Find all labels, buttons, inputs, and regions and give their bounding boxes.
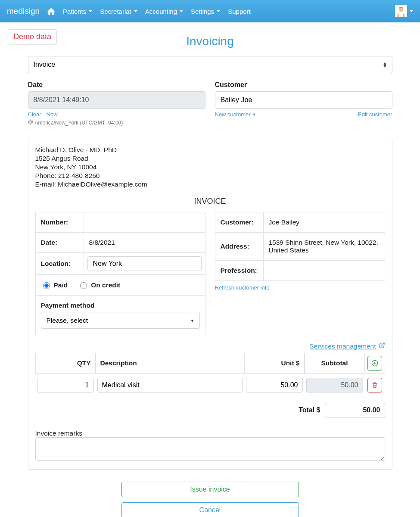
number-label: Number: [35,212,84,233]
items-table: QTY Description Unit $ Subtotal [35,353,385,397]
payment-method-select[interactable]: Please, select [41,312,200,329]
avatar-icon [395,5,407,17]
item-qty-input[interactable] [37,378,94,392]
issue-invoice-button[interactable]: Issue invoice [121,482,299,497]
user-menu[interactable] [395,5,413,17]
item-row [35,374,385,397]
credit-radio[interactable] [80,282,87,289]
profession-label: Profession: [215,261,263,281]
col-desc: Description [96,353,244,374]
invoice-meta-table: Number: Date: 8/8/2021 Location: [35,212,205,335]
sender-city: New York, NY 10004 [35,163,385,171]
edit-customer-link[interactable]: Edit customer [358,111,392,118]
cust-value: Joe Bailey [263,212,385,233]
invoice-card: Michael D. Olive - MD, PhD 1525 Angus Ro… [28,138,392,470]
number-value [84,212,205,233]
date-input[interactable] [28,91,205,109]
sender-email: E-mail: MichaelDOlive@example.com [35,181,385,188]
col-qty: QTY [35,353,96,374]
globe-icon [28,119,33,126]
nav-patients[interactable]: Patients [63,8,92,15]
invoice-heading: INVOICE [35,197,385,206]
inv-date-label: Date: [35,233,84,253]
inv-date-value: 8/8/2021 [84,233,205,253]
address-value: 1539 Shinn Street, New York, 10022, Unit… [263,233,385,261]
delete-item-button[interactable] [367,378,382,392]
col-unit: Unit $ [244,353,305,374]
total-label: Total $ [299,406,320,414]
cancel-button[interactable]: Cancel [121,502,299,517]
services-management-link[interactable]: Services management [309,342,385,350]
sender-street: 1525 Angus Road [35,155,385,162]
sender-phone: Phone: 212-480-8250 [35,172,385,180]
col-subtotal: Subtotal [305,353,365,374]
page-title: Invoicing [28,34,392,48]
item-unit-input[interactable] [246,378,303,392]
external-link-icon [379,342,385,350]
cust-label: Customer: [215,212,263,233]
profession-value [263,261,385,281]
address-label: Address: [215,233,263,261]
credit-radio-label[interactable]: On credit [78,281,120,289]
location-input[interactable] [87,256,202,271]
document-type-select[interactable]: Invoice [28,56,392,73]
paid-radio-label[interactable]: Paid [41,281,68,289]
sender-block: Michael D. Olive - MD, PhD 1525 Angus Ro… [35,146,385,188]
item-desc-input[interactable] [97,378,243,392]
date-label: Date [28,81,205,89]
date-clear-link[interactable]: Clear [28,111,41,118]
remarks-label: Invoice remarks [35,430,385,437]
location-label: Location: [35,253,84,275]
demo-data-badge: Demo data [8,29,57,44]
item-subtotal-input [306,378,363,392]
customer-label: Customer [215,81,392,89]
customer-input[interactable] [215,91,392,109]
total-value: 50.00 [325,403,385,417]
customer-info-table: Customer: Joe Bailey Address: 1539 Shinn… [215,212,385,281]
brand[interactable]: medisign [7,6,40,16]
sender-name: Michael D. Olive - MD, PhD [35,146,385,154]
refresh-customer-link[interactable]: Refresh cuctomer info [215,284,270,291]
nav-secretariat[interactable]: Secretariat [100,8,137,15]
timezone-text: America/New_York (UTC/GMT -04:00) [35,120,123,126]
date-now-link[interactable]: Now [47,111,58,118]
payment-method-label: Payment method [41,302,200,309]
navbar: medisign Patients Secretariat Accounting… [0,0,420,22]
home-icon[interactable] [47,8,55,15]
nav-accounting[interactable]: Accounting [145,8,183,15]
nav-support[interactable]: Support [228,8,251,15]
nav-settings[interactable]: Settings [191,8,220,15]
add-item-button[interactable] [367,356,382,371]
paid-radio[interactable] [43,282,50,289]
new-customer-link[interactable]: New customer ▼ [215,111,256,118]
remarks-textarea[interactable] [35,437,385,461]
